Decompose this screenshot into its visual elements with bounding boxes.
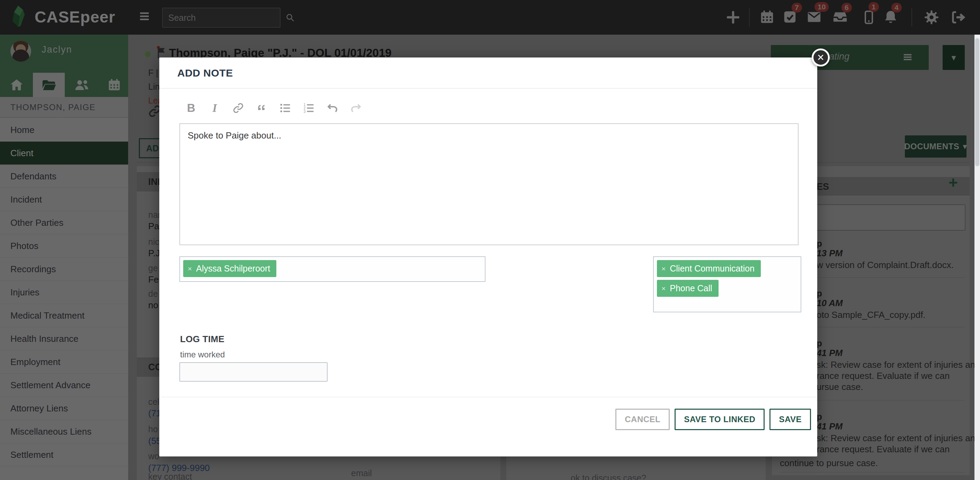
link-icon[interactable] bbox=[231, 100, 246, 116]
svg-text:3: 3 bbox=[304, 110, 306, 114]
category-tag: × Phone Call bbox=[657, 280, 719, 297]
page-scrollbar[interactable] bbox=[974, 35, 980, 480]
blockquote-icon[interactable] bbox=[254, 100, 269, 116]
note-text-input[interactable]: Spoke to Paige about... bbox=[180, 123, 799, 245]
cancel-button[interactable]: CANCEL bbox=[616, 408, 670, 430]
assignee-tag: × Alyssa Schilperoort bbox=[183, 260, 276, 277]
remove-tag-icon[interactable]: × bbox=[662, 285, 665, 292]
save-button[interactable]: SAVE bbox=[770, 408, 811, 430]
italic-icon[interactable]: I bbox=[207, 100, 222, 116]
scrollbar-thumb[interactable] bbox=[975, 38, 979, 166]
assignee-tag-label: Alyssa Schilperoort bbox=[196, 264, 270, 273]
modal-divider bbox=[159, 397, 817, 397]
bullet-list-icon[interactable] bbox=[278, 100, 293, 116]
modal-buttons: CANCEL SAVE TO LINKED SAVE bbox=[616, 408, 811, 430]
app-screen: CASEpeer 7 10 6 1 bbox=[0, 0, 980, 480]
editor-toolbar: B I 123 bbox=[183, 100, 364, 116]
category-tag: × Client Communication bbox=[657, 260, 761, 277]
modal-title: ADD NOTE bbox=[177, 67, 233, 79]
assignee-tag-input[interactable]: × Alyssa Schilperoort bbox=[180, 256, 485, 282]
undo-icon[interactable] bbox=[325, 100, 340, 116]
bold-icon[interactable]: B bbox=[183, 100, 199, 116]
category-tag-input[interactable]: × Client Communication × Phone Call bbox=[653, 256, 801, 312]
time-worked-label: time worked bbox=[180, 350, 225, 359]
close-modal-button[interactable]: ✕ bbox=[812, 48, 830, 67]
add-note-modal: ADD NOTE B I 123 Spoke to Paig bbox=[159, 57, 817, 456]
redo-icon[interactable] bbox=[348, 100, 364, 116]
time-worked-input[interactable] bbox=[180, 362, 328, 381]
remove-tag-icon[interactable]: × bbox=[188, 265, 192, 273]
close-icon: ✕ bbox=[817, 52, 824, 63]
numbered-list-icon[interactable]: 123 bbox=[301, 100, 317, 116]
remove-tag-icon[interactable]: × bbox=[662, 265, 665, 273]
save-to-linked-button[interactable]: SAVE TO LINKED bbox=[675, 408, 765, 430]
category-tag-label: Client Communication bbox=[670, 264, 754, 273]
log-time-header: LOG TIME bbox=[180, 334, 224, 345]
modal-divider bbox=[159, 88, 817, 89]
category-tag-label: Phone Call bbox=[670, 283, 712, 293]
